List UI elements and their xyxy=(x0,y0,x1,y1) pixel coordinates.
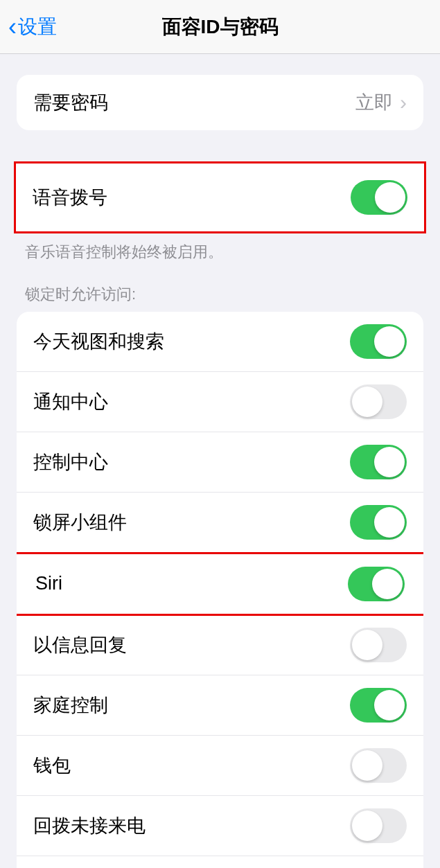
lock-access-toggle[interactable] xyxy=(350,628,407,662)
lock-access-item-label: 锁屏小组件 xyxy=(33,510,127,535)
chevron-left-icon: ‹ xyxy=(8,12,17,42)
lock-access-row: Siri xyxy=(17,552,423,616)
lock-access-group: 今天视图和搜索通知中心控制中心锁屏小组件Siri以信息回复家庭控制钱包回拨未接来… xyxy=(17,312,423,868)
passcode-group: 需要密码 立即 › xyxy=(17,75,423,130)
lock-access-toggle[interactable] xyxy=(350,748,407,783)
lock-access-item-label: 钱包 xyxy=(33,753,71,778)
lock-access-row: 家庭控制 xyxy=(17,675,423,736)
lock-access-row: 回拨未接来电 xyxy=(17,796,423,856)
lock-access-row: 钱包 xyxy=(17,736,423,796)
page-title: 面容ID与密码 xyxy=(162,14,279,40)
navigation-header: ‹ 设置 面容ID与密码 xyxy=(0,0,440,54)
lock-access-row: 以信息回复 xyxy=(17,615,423,675)
chevron-right-icon: › xyxy=(400,91,407,114)
lock-access-item-label: 通知中心 xyxy=(33,389,108,414)
lock-access-toggle[interactable] xyxy=(350,688,407,723)
lock-access-toggle[interactable] xyxy=(350,808,407,843)
voice-dial-footer: 音乐语音控制将始终被启用。 xyxy=(0,233,440,263)
lock-access-item-label: 控制中心 xyxy=(33,450,108,475)
back-button[interactable]: ‹ 设置 xyxy=(0,12,57,42)
lock-access-row: USB配件 xyxy=(17,856,423,868)
lock-access-row: 锁屏小组件 xyxy=(17,493,423,553)
require-passcode-label: 需要密码 xyxy=(33,90,108,115)
lock-access-toggle[interactable] xyxy=(350,384,407,419)
lock-access-toggle[interactable] xyxy=(350,445,407,479)
lock-access-row: 控制中心 xyxy=(17,432,423,493)
lock-access-header: 锁定时允许访问: xyxy=(0,263,440,312)
lock-access-item-label: 回拨未接来电 xyxy=(33,813,146,838)
back-label: 设置 xyxy=(18,14,57,40)
require-passcode-value: 立即 xyxy=(355,90,393,115)
lock-access-item-label: 家庭控制 xyxy=(33,693,108,718)
lock-access-item-label: Siri xyxy=(35,573,62,594)
lock-access-row: 通知中心 xyxy=(17,372,423,432)
voice-dial-group: 语音拨号 xyxy=(14,161,426,233)
require-passcode-row[interactable]: 需要密码 立即 › xyxy=(17,75,423,130)
lock-access-toggle[interactable] xyxy=(348,567,405,601)
lock-access-toggle[interactable] xyxy=(350,505,407,540)
lock-access-row: 今天视图和搜索 xyxy=(17,312,423,372)
voice-dial-label: 语音拨号 xyxy=(33,185,107,210)
voice-dial-row: 语音拨号 xyxy=(16,163,424,231)
voice-dial-toggle[interactable] xyxy=(351,180,407,215)
lock-access-toggle[interactable] xyxy=(350,324,407,359)
lock-access-item-label: 以信息回复 xyxy=(33,632,127,657)
lock-access-item-label: 今天视图和搜索 xyxy=(33,329,164,354)
